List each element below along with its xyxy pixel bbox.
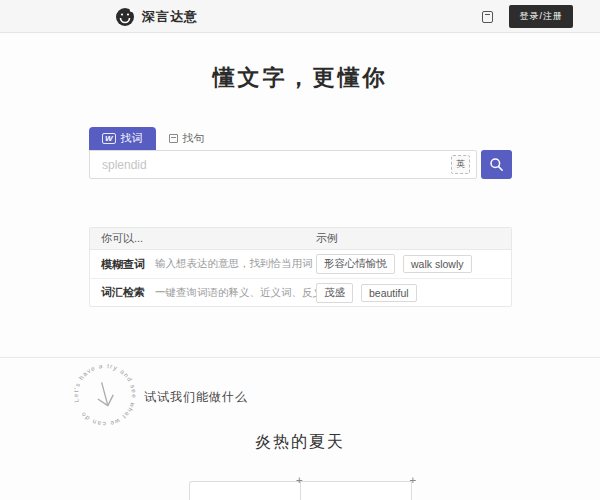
- plus-decoration: +: [296, 474, 303, 487]
- example-tag[interactable]: 形容心情愉悦: [316, 254, 395, 274]
- logo-icon: [115, 7, 135, 27]
- try-label: 试试我们能做什么: [144, 389, 248, 406]
- search-input[interactable]: [90, 158, 451, 172]
- help-table-header: 你可以... 示例: [90, 228, 511, 250]
- search-button[interactable]: [481, 150, 512, 179]
- example-card[interactable]: [300, 481, 412, 500]
- feature-name: 词汇检索: [101, 285, 145, 300]
- table-row: 词汇检索 一键查询词语的释义、近义词、反义词、联想词等 茂盛 beautiful: [90, 278, 511, 306]
- search-area: W 找词 找句 英: [89, 127, 512, 179]
- search-icon: [489, 157, 504, 172]
- example-tag[interactable]: 茂盛: [316, 283, 353, 303]
- feature-description: 输入想表达的意思，找到恰当用词: [155, 257, 313, 271]
- search-tabs: W 找词 找句: [89, 127, 512, 150]
- feature-description: 一键查询词语的释义、近义词、反义词、联想词等: [155, 286, 316, 300]
- tab-find-words[interactable]: W 找词: [89, 127, 156, 150]
- docs-icon[interactable]: [482, 11, 493, 23]
- example-tag[interactable]: walk slowly: [403, 255, 472, 273]
- header: 深言达意 登录/注册: [0, 0, 600, 33]
- example-card[interactable]: [189, 481, 300, 500]
- try-circle-graphic: Let's have a try and see what we can do: [70, 360, 140, 434]
- example-cards: + +: [189, 481, 412, 500]
- find-words-icon: W: [102, 133, 116, 144]
- table-row: 模糊查词 输入想表达的意思，找到恰当用词 形容心情愉悦 walk slowly: [90, 250, 511, 278]
- search-box: 英: [89, 150, 477, 179]
- find-sentences-icon: [169, 134, 178, 143]
- brand-name: 深言达意: [142, 8, 198, 26]
- tab-find-sentences[interactable]: 找句: [156, 127, 218, 150]
- tab-find-words-label: 找词: [121, 131, 143, 146]
- arrow-down-icon: [94, 380, 116, 407]
- feature-name: 模糊查词: [101, 257, 145, 272]
- language-toggle-icon[interactable]: 英: [451, 155, 470, 174]
- page-title: 懂文字，更懂你: [0, 63, 600, 93]
- help-table-header-examples: 示例: [316, 231, 511, 246]
- example-title: 炎热的夏天: [0, 432, 600, 453]
- section-divider: [0, 357, 600, 358]
- plus-decoration: +: [409, 474, 416, 487]
- brand[interactable]: 深言达意: [115, 0, 198, 33]
- login-register-button[interactable]: 登录/注册: [509, 5, 573, 28]
- help-table: 你可以... 示例 模糊查词 输入想表达的意思，找到恰当用词 形容心情愉悦 wa…: [89, 227, 512, 307]
- example-tag[interactable]: beautiful: [361, 284, 417, 302]
- tab-find-sentences-label: 找句: [183, 131, 205, 146]
- help-table-header-capabilities: 你可以...: [90, 231, 316, 246]
